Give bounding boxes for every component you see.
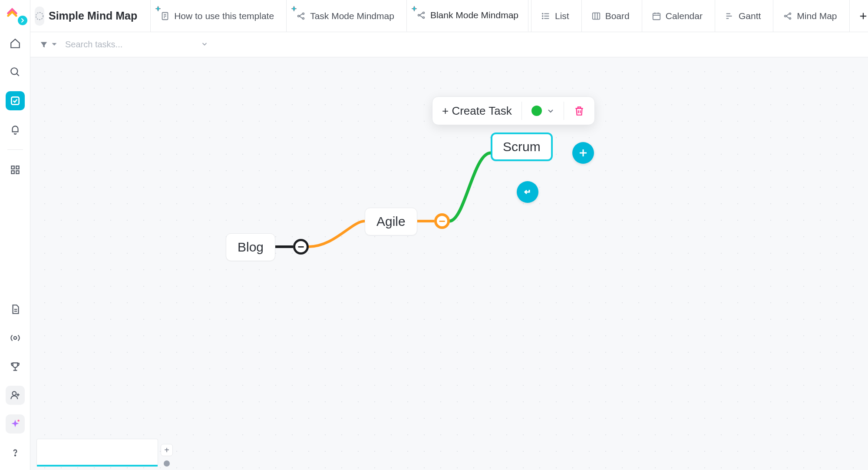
tasks-icon[interactable]: [6, 91, 25, 110]
mindmap-node-blog[interactable]: Blog: [226, 233, 275, 261]
mindmap-node-scrum[interactable]: Scrum: [491, 132, 553, 161]
help-icon[interactable]: [6, 443, 25, 462]
add-child-button[interactable]: [572, 142, 594, 164]
tab-blank-mode-mindmap[interactable]: Blank Mode Mindmap: [406, 0, 528, 32]
search-input[interactable]: [64, 39, 177, 50]
svg-point-12: [298, 15, 300, 17]
search-icon[interactable]: [6, 63, 25, 82]
canvas-layer: + Create Task Blog − Agile − Scrum: [30, 57, 868, 470]
left-rail: [0, 0, 30, 470]
pin-icon: [411, 3, 417, 10]
subbar: [30, 32, 868, 57]
mindmap-node-agile[interactable]: Agile: [365, 208, 417, 235]
trash-icon: [574, 105, 585, 116]
collapse-search-icon[interactable]: [201, 40, 208, 50]
node-toolbar: + Create Task: [432, 96, 595, 125]
svg-point-7: [12, 391, 16, 395]
tab-label: Mind Map: [797, 11, 837, 21]
svg-point-23: [785, 15, 786, 17]
svg-point-8: [17, 420, 19, 421]
chevron-down-icon: [547, 107, 554, 114]
tab-label: How to use this template: [174, 11, 274, 21]
node-label: Blog: [238, 240, 264, 254]
expand-sidebar-badge[interactable]: [18, 16, 27, 25]
pin-icon: [155, 3, 161, 10]
create-task-button[interactable]: + Create Task: [432, 97, 521, 125]
calendar-icon: [652, 11, 661, 21]
svg-point-17: [423, 17, 425, 19]
tab-label: Task Mode Mindmap: [310, 11, 394, 21]
plus-icon: [859, 12, 867, 20]
svg-point-10: [36, 12, 43, 20]
mindmap-icon: [783, 11, 792, 21]
tab-how-to-use[interactable]: How to use this template: [150, 0, 284, 32]
svg-point-18: [542, 13, 543, 14]
tab-list[interactable]: List: [531, 0, 579, 32]
rail-separator: [7, 149, 23, 150]
svg-point-6: [13, 337, 17, 340]
invite-icon[interactable]: [6, 386, 25, 405]
tab-task-mode-mindmap[interactable]: Task Mode Mindmap: [286, 0, 404, 32]
svg-point-19: [542, 16, 543, 17]
node-action-button[interactable]: [517, 181, 538, 203]
doc-icon: [160, 11, 170, 21]
list-title[interactable]: Simple Mind Map: [49, 10, 137, 22]
plus-icon: [578, 148, 588, 158]
collapse-toggle[interactable]: −: [293, 239, 309, 255]
zoom-controls: +: [161, 444, 173, 467]
board-icon: [591, 11, 601, 21]
tab-calendar[interactable]: Calendar: [642, 0, 712, 32]
tab-board[interactable]: Board: [581, 0, 639, 32]
mindmap-icon: [296, 11, 306, 21]
status-dot-icon: [531, 106, 542, 116]
topbar: Simple Mind Map How to use this template…: [30, 0, 868, 32]
tab-label: Gantt: [739, 11, 761, 21]
svg-rect-22: [653, 13, 660, 20]
svg-rect-4: [11, 171, 14, 174]
add-view-button[interactable]: View: [849, 0, 868, 32]
minimap[interactable]: [36, 439, 158, 467]
chevron-down-icon: [50, 40, 58, 50]
goals-icon[interactable]: [6, 357, 25, 376]
tab-label: Board: [605, 11, 630, 21]
svg-point-20: [542, 18, 543, 19]
tab-label: Calendar: [666, 11, 703, 21]
ai-icon[interactable]: [6, 414, 25, 434]
enter-icon: [522, 187, 533, 197]
mindmap-canvas[interactable]: + Create Task Blog − Agile − Scrum: [30, 57, 868, 470]
pin-icon: [291, 3, 297, 10]
rail-bottom-group: [6, 300, 25, 470]
apps-icon[interactable]: [6, 160, 25, 179]
list-icon: [541, 11, 551, 21]
svg-rect-2: [11, 166, 14, 169]
list-settings-button[interactable]: [35, 7, 44, 26]
create-task-label: + Create Task: [442, 104, 512, 118]
app-logo[interactable]: [6, 5, 25, 24]
delete-node-button[interactable]: [564, 97, 594, 125]
svg-point-16: [423, 12, 425, 14]
collapse-toggle[interactable]: −: [434, 213, 450, 229]
tab-mind-map[interactable]: Mind Map: [773, 0, 846, 32]
svg-point-24: [789, 13, 791, 14]
svg-point-13: [303, 13, 304, 14]
tab-label: Blank Mode Mindmap: [430, 10, 518, 20]
zoom-in-button[interactable]: +: [161, 444, 173, 456]
svg-point-25: [789, 17, 791, 19]
svg-point-0: [11, 68, 17, 74]
funnel-icon: [40, 41, 48, 49]
filter-button[interactable]: [40, 40, 58, 50]
pulse-icon[interactable]: [6, 328, 25, 348]
gantt-icon: [725, 11, 734, 21]
svg-point-15: [418, 14, 420, 16]
docs-icon[interactable]: [6, 300, 25, 319]
tab-label: List: [555, 11, 569, 21]
status-picker[interactable]: [522, 97, 564, 125]
tab-gantt[interactable]: Gantt: [715, 0, 770, 32]
zoom-slider-handle[interactable]: [164, 460, 170, 467]
clickup-logo-icon: [6, 5, 19, 18]
svg-point-9: [14, 455, 15, 456]
notifications-icon[interactable]: [6, 120, 25, 139]
svg-rect-3: [16, 166, 19, 169]
svg-rect-5: [16, 171, 19, 174]
home-icon[interactable]: [6, 34, 25, 53]
